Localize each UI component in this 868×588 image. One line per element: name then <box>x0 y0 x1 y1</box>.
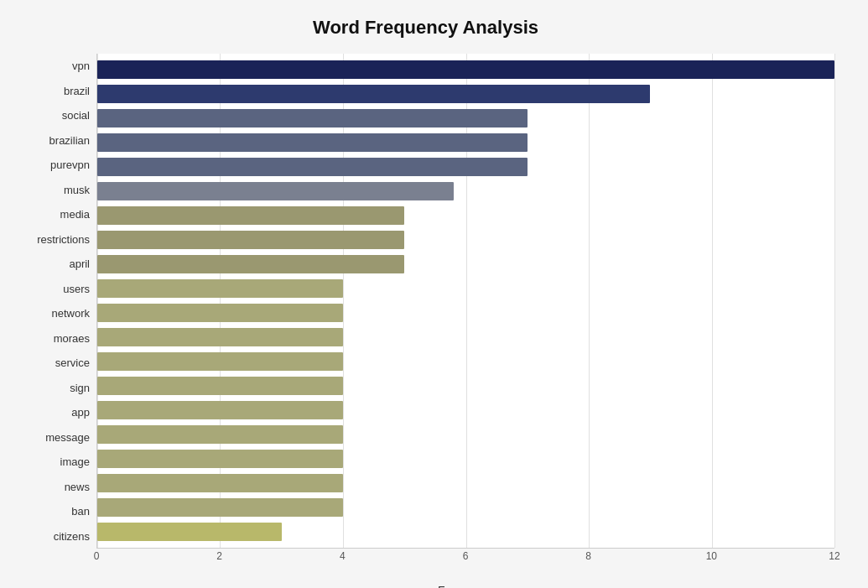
bar-row <box>97 300 834 325</box>
y-label: purevpn <box>17 159 90 170</box>
bar-row <box>97 325 834 350</box>
bar-row <box>97 520 834 544</box>
y-label: brazil <box>17 86 90 96</box>
bar-row <box>97 154 834 179</box>
bar-social <box>97 109 528 127</box>
bar-service <box>97 352 343 371</box>
y-label: app <box>17 407 90 418</box>
x-tick-10: 10 <box>706 550 717 562</box>
chart-container: Word Frequency Analysis vpnbrazilsocialb… <box>0 0 868 588</box>
bar-row <box>97 423 834 447</box>
chart-title: Word Frequency Analysis <box>17 17 834 39</box>
bar-row <box>97 398 834 423</box>
bar-vpn <box>97 60 834 79</box>
x-tick-4: 4 <box>340 550 346 562</box>
bar-row <box>97 374 834 398</box>
bar-network <box>97 304 343 322</box>
bar-row <box>97 227 834 252</box>
bar-moraes <box>97 328 343 346</box>
bar-sign <box>97 377 343 395</box>
bar-row <box>97 130 834 154</box>
bar-ban <box>97 498 343 517</box>
bar-purevpn <box>97 158 528 176</box>
bar-row <box>97 57 834 81</box>
bar-row <box>97 496 834 520</box>
x-tick-6: 6 <box>463 550 469 562</box>
bar-row <box>97 252 834 276</box>
bottom-section: 024681012 Frequency <box>17 550 834 588</box>
y-label: ban <box>17 506 90 517</box>
bar-row <box>97 447 834 471</box>
bar-row <box>97 81 834 106</box>
y-label: news <box>17 481 90 492</box>
bar-row <box>97 276 834 300</box>
grid-line <box>834 54 835 548</box>
bar-row <box>97 350 834 374</box>
y-label: service <box>17 357 90 368</box>
x-tick-12: 12 <box>829 550 839 562</box>
y-label: april <box>17 258 90 269</box>
y-label: social <box>17 110 90 121</box>
y-label: users <box>17 284 90 294</box>
bar-brazilian <box>97 133 528 152</box>
y-label: message <box>17 432 90 443</box>
bar-media <box>97 206 404 225</box>
bar-news <box>97 474 343 492</box>
x-tick-8: 8 <box>585 550 591 562</box>
bar-app <box>97 401 343 419</box>
y-label: moraes <box>17 333 90 344</box>
y-label: media <box>17 209 90 220</box>
bar-message <box>97 425 343 444</box>
bar-row <box>97 471 834 496</box>
x-axis-ticks: 024681012 <box>96 550 834 567</box>
bars-container <box>97 54 834 548</box>
x-tick-0: 0 <box>94 550 100 562</box>
y-label: restrictions <box>17 234 90 245</box>
x-axis-label: Frequency <box>96 584 834 588</box>
bar-brazil <box>97 85 650 103</box>
bar-row <box>97 179 834 203</box>
y-label: vpn <box>17 60 90 71</box>
bar-image <box>97 450 343 468</box>
plot-area <box>96 54 834 549</box>
y-label: image <box>17 456 90 467</box>
x-tick-2: 2 <box>216 550 222 562</box>
y-label: citizens <box>17 531 90 542</box>
chart-area: vpnbrazilsocialbrazilianpurevpnmuskmedia… <box>17 54 834 549</box>
bar-row <box>97 203 834 227</box>
y-label: network <box>17 308 90 319</box>
bar-musk <box>97 182 454 200</box>
y-label: brazilian <box>17 135 90 146</box>
bar-restrictions <box>97 231 404 249</box>
bar-users <box>97 279 343 298</box>
y-label: musk <box>17 185 90 195</box>
y-axis: vpnbrazilsocialbrazilianpurevpnmuskmedia… <box>17 54 96 549</box>
bar-row <box>97 106 834 130</box>
y-label: sign <box>17 382 90 393</box>
bar-april <box>97 255 404 273</box>
bar-citizens <box>97 523 282 541</box>
